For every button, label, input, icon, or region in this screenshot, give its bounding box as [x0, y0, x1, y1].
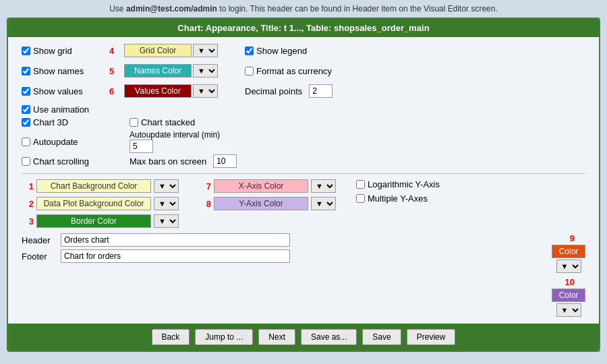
border-color-btn[interactable]: Border Color [36, 214, 151, 228]
data-plot-bg-color-arrow[interactable]: ▼ [154, 197, 179, 210]
show-names-label[interactable]: Show names [22, 66, 103, 76]
preview-button[interactable]: Preview [407, 329, 456, 345]
decimal-points-label: Decimal points [245, 86, 302, 96]
names-color-number: 5 [109, 66, 117, 76]
chart-scrolling-label[interactable]: Chart scrolling [22, 156, 103, 166]
multiple-y-checkbox[interactable] [356, 194, 365, 203]
border-color-arrow[interactable]: ▼ [154, 214, 179, 228]
logarithmic-label[interactable]: Logarithmic Y-Axis [356, 179, 440, 189]
autoupdate-interval-label: Autoupdate interval (min) [129, 130, 220, 140]
chart-stacked-checkbox[interactable] [129, 118, 138, 127]
header-color-row: 9 Color ▼ [552, 233, 585, 273]
y-axis-color-btn[interactable]: Y-Axis Color [214, 197, 308, 210]
footer-color-btn[interactable]: Color [552, 289, 585, 302]
autoupdate-interval-input[interactable]: 5 [129, 140, 153, 153]
use-animation-checkbox[interactable] [22, 105, 30, 114]
title-text: Chart: Appearance, Title: t 1..., Table:… [177, 23, 429, 33]
format-currency-label[interactable]: Format as currency [245, 66, 332, 76]
jump-to-button[interactable]: Jump to ... [195, 329, 253, 345]
names-color-select: Names Color ▼ [124, 64, 218, 78]
save-button[interactable]: Save [362, 329, 401, 345]
chart-scrolling-checkbox[interactable] [22, 157, 30, 166]
show-legend-checkbox[interactable] [245, 47, 254, 55]
autoupdate-row: Autoupdate Autoupdate interval (min) 5 [22, 130, 585, 153]
y-axis-color-arrow[interactable]: ▼ [311, 197, 336, 210]
format-currency-checkbox[interactable] [245, 67, 254, 75]
show-names-checkbox[interactable] [22, 67, 30, 75]
chart3d-row: Chart 3D Chart stacked [22, 117, 585, 127]
x-axis-color-arrow[interactable]: ▼ [311, 179, 336, 193]
hf-right: 9 Color ▼ 10 Color ▼ [552, 233, 585, 317]
values-color-arrow[interactable]: ▼ [193, 84, 218, 98]
autoupdate-checkbox[interactable] [22, 138, 30, 146]
values-color-select: Values Color ▼ [124, 84, 218, 98]
values-color-btn[interactable]: Values Color [124, 84, 192, 98]
x-axis-color-btn[interactable]: X-Axis Color [214, 179, 308, 193]
show-grid-label[interactable]: Show grid [22, 46, 103, 56]
names-color-arrow[interactable]: ▼ [193, 64, 218, 78]
header-input[interactable]: Orders chart [61, 233, 290, 247]
use-animation-row: Use animation [22, 104, 585, 115]
admin-credential: admin@test.com/admin [126, 4, 217, 13]
footer-color-arrow[interactable]: ▼ [556, 303, 581, 317]
max-bars-input[interactable]: 10 [213, 154, 237, 168]
footer-input[interactable]: Chart for orders [61, 249, 290, 263]
show-grid-row: Show grid 4 Grid Color ▼ Show legend [22, 44, 333, 57]
autoupdate-interval-group: Autoupdate interval (min) 5 [129, 130, 220, 153]
data-plot-bg-color-row: 2 Data Plot Background Color ▼ [22, 197, 179, 210]
back-button[interactable]: Back [152, 329, 190, 345]
show-values-row: Show values 6 Values Color ▼ Decimal poi… [22, 84, 333, 98]
chart-bg-color-arrow[interactable]: ▼ [154, 179, 179, 193]
header-color-btn[interactable]: Color [552, 245, 585, 258]
main-container: Chart: Appearance, Title: t 1..., Table:… [7, 18, 600, 352]
header-label: Header [22, 235, 55, 245]
next-button[interactable]: Next [258, 329, 295, 345]
names-color-btn[interactable]: Names Color [124, 64, 192, 78]
content-area: Show grid 4 Grid Color ▼ Show legend [8, 37, 599, 324]
chart-bg-color-btn[interactable]: Chart Background Color [36, 179, 151, 193]
top-info-text: to login. This header can be found in He… [219, 4, 497, 13]
values-color-number: 6 [109, 86, 117, 96]
footer-row: Footer Chart for orders [22, 249, 552, 263]
header-row: Header Orders chart [22, 233, 552, 247]
y-axis-color-row: 8 Y-Axis Color ▼ [199, 197, 336, 210]
data-plot-bg-color-btn[interactable]: Data Plot Background Color [36, 197, 151, 210]
show-grid-checkbox[interactable] [22, 47, 30, 55]
grid-color-btn[interactable]: Grid Color [124, 44, 192, 57]
footer-color-row: 10 Color ▼ [552, 277, 585, 317]
top-info-bar: Use admin@test.com/admin to login. This … [0, 0, 607, 18]
show-names-row: Show names 5 Names Color ▼ Format as cur… [22, 64, 333, 78]
decimal-points-input[interactable]: 2 [309, 84, 333, 98]
show-values-checkbox[interactable] [22, 87, 30, 96]
chart3d-checkbox[interactable] [22, 118, 30, 127]
save-as-button[interactable]: Save as... [301, 329, 357, 345]
title-bar: Chart: Appearance, Title: t 1..., Table:… [8, 19, 599, 37]
chart3d-label[interactable]: Chart 3D [22, 117, 103, 127]
max-bars-label: Max bars on screen [129, 156, 206, 166]
border-color-row: 3 Border Color ▼ [22, 214, 179, 228]
use-animation-label[interactable]: Use animation [22, 104, 103, 115]
chart-bg-color-row: 1 Chart Background Color ▼ [22, 179, 179, 193]
chart-scrolling-row: Chart scrolling Max bars on screen 10 [22, 154, 585, 168]
show-legend-label[interactable]: Show legend [245, 46, 326, 56]
right-checkboxes: Logarithmic Y-Axis Multiple Y-Axes [356, 179, 440, 204]
show-values-label[interactable]: Show values [22, 86, 103, 96]
header-color-arrow[interactable]: ▼ [556, 260, 581, 273]
autoupdate-label[interactable]: Autoupdate [22, 137, 103, 147]
footer-label: Footer [22, 251, 55, 262]
x-axis-color-row: 7 X-Axis Color ▼ [199, 179, 336, 193]
footer-bar: Back Jump to ... Next Save as... Save Pr… [8, 324, 599, 351]
grid-color-select: Grid Color ▼ [124, 44, 218, 57]
hf-left: Header Orders chart Footer Chart for ord… [22, 233, 552, 266]
grid-color-number: 4 [109, 46, 117, 56]
logarithmic-checkbox[interactable] [356, 180, 365, 189]
header-footer-section: Header Orders chart Footer Chart for ord… [22, 233, 585, 317]
chart-stacked-label[interactable]: Chart stacked [129, 117, 210, 127]
grid-color-arrow[interactable]: ▼ [193, 44, 218, 57]
multiple-y-label[interactable]: Multiple Y-Axes [356, 193, 440, 204]
